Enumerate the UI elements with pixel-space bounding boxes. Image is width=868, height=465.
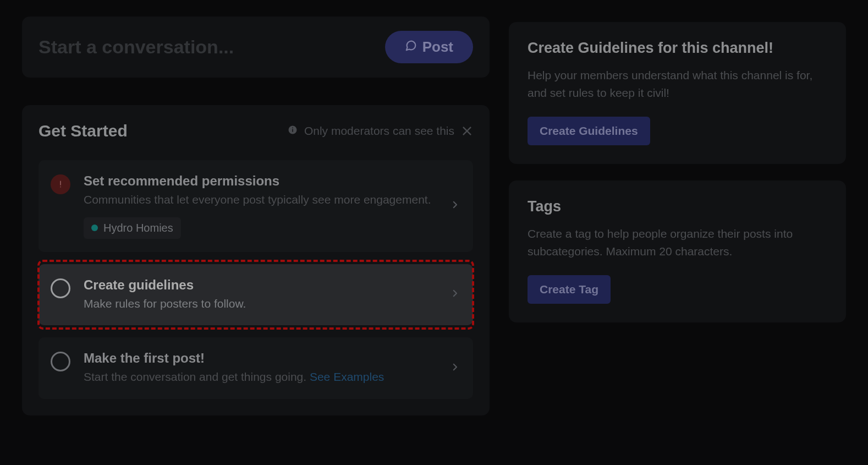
page-root: Start a conversation... Post Get Started… [0,0,868,465]
card-body: Set recommended permissions Communities … [84,172,458,239]
svg-rect-2 [292,128,293,129]
create-guidelines-button[interactable]: Create Guidelines [528,117,650,145]
card-first-post[interactable]: Make the first post! Start the conversat… [39,337,473,399]
create-tag-button[interactable]: Create Tag [528,275,611,304]
get-started-header: Get Started Only moderators can see this [39,122,473,140]
svg-rect-5 [60,181,61,185]
tags-panel: Tags Create a tag to help people organiz… [509,180,846,322]
chevron-right-icon [450,362,460,374]
card-title: Create guidelines [84,276,436,293]
moderator-notice-text: Only moderators can see this [304,124,454,138]
post-button[interactable]: Post [385,31,473,63]
speech-bubble-icon [405,39,417,56]
get-started-title: Get Started [39,122,128,140]
see-examples-link[interactable]: See Examples [310,370,384,383]
role-tag-label: Hydro Homies [103,222,173,234]
card-desc: Start the conversation and get things go… [84,369,436,385]
svg-rect-1 [292,129,293,132]
ring-icon [51,352,70,371]
card-body: Make the first post! Start the conversat… [84,349,458,386]
get-started-card-list: Set recommended permissions Communities … [39,160,473,399]
guidelines-title: Create Guidelines for this channel! [528,39,827,58]
card-body: Create guidelines Make rules for posters… [84,276,458,313]
get-started-panel: Get Started Only moderators can see this [22,105,490,415]
info-icon [288,124,298,138]
card-desc: Communities that let everyone post typic… [84,192,436,208]
warning-icon [51,174,70,194]
card-title: Set recommended permissions [84,172,436,189]
moderator-notice: Only moderators can see this [288,124,473,138]
ring-icon [51,278,70,298]
sidebar-column: Create Guidelines for this channel! Help… [509,17,846,448]
post-button-label: Post [422,39,453,56]
start-placeholder: Start a conversation... [39,36,234,58]
svg-rect-6 [60,187,61,188]
main-column: Start a conversation... Post Get Started… [22,17,490,448]
close-icon[interactable] [461,125,473,137]
guidelines-desc: Help your members understand what this c… [528,67,827,101]
card-title: Make the first post! [84,349,436,366]
start-conversation-bar[interactable]: Start a conversation... Post [22,17,490,78]
card-create-guidelines[interactable]: Create guidelines Make rules for posters… [39,264,473,326]
card-desc-text: Start the conversation and get things go… [84,370,310,383]
role-dot-icon [91,225,98,231]
chevron-right-icon [450,288,460,300]
chevron-right-icon [450,200,460,212]
card-set-permissions[interactable]: Set recommended permissions Communities … [39,160,473,252]
card-desc: Make rules for posters to follow. [84,296,436,312]
tags-desc: Create a tag to help people organize the… [528,225,827,260]
role-tag-pill: Hydro Homies [84,217,181,239]
guidelines-panel: Create Guidelines for this channel! Help… [509,22,846,164]
tags-title: Tags [528,197,827,216]
